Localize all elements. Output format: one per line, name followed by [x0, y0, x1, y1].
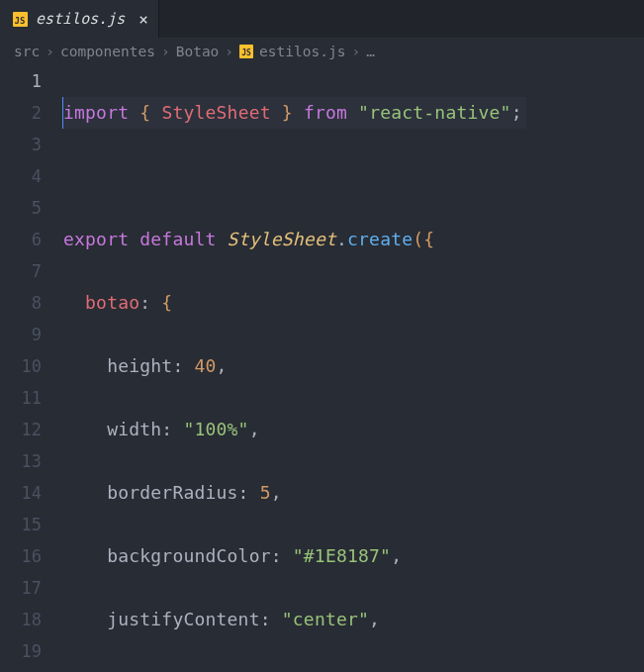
- code-line: botao: {: [63, 287, 644, 319]
- breadcrumb-botao[interactable]: Botao: [176, 44, 220, 59]
- js-file-icon: JS: [239, 45, 253, 58]
- chevron-right-icon: ›: [225, 44, 233, 59]
- code-line: [63, 160, 644, 192]
- breadcrumb-componentes[interactable]: componentes: [60, 44, 155, 59]
- code-line: borderRadius: 5,: [63, 477, 644, 509]
- code-line: alignItems: "center",: [63, 667, 644, 672]
- breadcrumb-ellipsis[interactable]: …: [366, 44, 375, 59]
- chevron-right-icon: ›: [351, 44, 360, 59]
- code-line: export default StyleSheet.create({: [63, 224, 644, 255]
- code-line: import { StyleSheet } from "react-native…: [63, 97, 644, 129]
- breadcrumb-src[interactable]: src: [14, 44, 40, 59]
- tab-estilos[interactable]: JS estilos.js ×: [0, 0, 159, 38]
- code-line: justifyContent: "center",: [63, 604, 644, 635]
- code-line: backgroundColor: "#1E8187",: [63, 540, 644, 572]
- code-line: width: "100%",: [63, 414, 644, 445]
- js-file-icon: JS: [12, 11, 28, 27]
- tab-filename: estilos.js: [36, 10, 125, 28]
- breadcrumb-file[interactable]: estilos.js: [259, 44, 345, 59]
- line-gutter: 1 2 3 4 5 6 7 8 9 10 11 12 13 14 15 16 1…: [0, 65, 63, 672]
- chevron-right-icon: ›: [161, 44, 170, 59]
- editor-area: 1 2 3 4 5 6 7 8 9 10 11 12 13 14 15 16 1…: [0, 65, 644, 672]
- breadcrumb: src › componentes › Botao › JS estilos.j…: [0, 38, 644, 65]
- tab-bar: JS estilos.js ×: [0, 0, 644, 38]
- code-content[interactable]: import { StyleSheet } from "react-native…: [63, 65, 644, 672]
- chevron-right-icon: ›: [46, 44, 54, 59]
- close-icon[interactable]: ×: [138, 10, 148, 29]
- code-line: height: 40,: [63, 350, 644, 382]
